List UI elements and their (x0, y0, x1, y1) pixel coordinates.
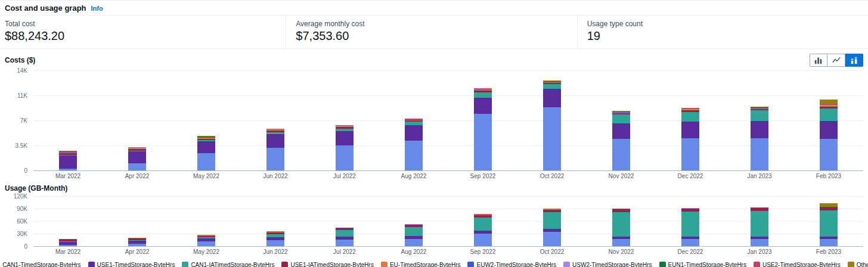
bar-segment[interactable] (474, 218, 492, 231)
bar-segment[interactable] (681, 112, 699, 122)
bar-segment[interactable] (543, 212, 561, 228)
legend-swatch (381, 262, 388, 267)
bar-column (103, 196, 172, 246)
bar-segment[interactable] (474, 92, 492, 98)
bar-segment[interactable] (336, 145, 354, 170)
bar-segment[interactable] (336, 230, 354, 237)
bar-segment[interactable] (543, 84, 561, 89)
legend-item[interactable]: USW2-TimedStorage-ByteHrs (563, 262, 652, 267)
bar-segment[interactable] (128, 151, 146, 163)
bar-segment[interactable] (681, 212, 699, 237)
usage-chart: 120K90K60K30K0 Mar 2022Apr 2022May 2022J… (0, 193, 868, 256)
legend-item[interactable]: EU-TimedStorage-ByteHrs (381, 262, 461, 267)
stacked-bar[interactable] (59, 196, 77, 246)
x-axis-label: Feb 2023 (794, 249, 863, 256)
bar-segment[interactable] (266, 148, 284, 170)
legend-label: EUN1-TimedStorage-ByteHrs (668, 262, 746, 267)
bar-segment[interactable] (751, 211, 768, 237)
bar-segment[interactable] (405, 141, 423, 170)
bar-segment[interactable] (128, 244, 146, 246)
stacked-bar[interactable] (612, 196, 630, 246)
stacked-bar[interactable] (128, 196, 146, 246)
legend-item[interactable]: USE1-TimedStorage-ByteHrs (88, 262, 175, 267)
line-chart-button[interactable] (827, 54, 845, 67)
legend-item[interactable]: USE1-IATimedStorage-ByteHrs (281, 262, 374, 267)
bar-segment[interactable] (820, 210, 838, 237)
bar-segment[interactable] (336, 131, 354, 145)
bar-segment[interactable] (820, 239, 838, 246)
costs-x-axis: Mar 2022Apr 2022May 2022Jun 2022Jul 2022… (33, 170, 863, 181)
stacked-bar[interactable] (197, 70, 215, 170)
bar-column (725, 70, 794, 170)
legend-item[interactable]: USE2-TimedStorage-ByteHrs (754, 262, 841, 267)
bar-segment[interactable] (612, 139, 630, 170)
bar-segment[interactable] (59, 169, 77, 170)
legend-swatch (848, 262, 854, 267)
legend-item[interactable]: EUW2-TimedStorage-ByteHrs (467, 262, 556, 267)
legend-item[interactable]: EUN1-TimedStorage-ByteHrs (659, 262, 746, 267)
bar-segment[interactable] (820, 139, 838, 170)
stacked-bar[interactable] (336, 70, 354, 170)
bar-segment[interactable] (543, 107, 561, 170)
bar-segment[interactable] (751, 239, 768, 246)
stacked-bar[interactable] (266, 196, 284, 246)
bar-segment[interactable] (820, 108, 838, 122)
bar-segment[interactable] (266, 240, 284, 247)
stacked-bar[interactable] (336, 196, 354, 246)
bar-segment[interactable] (197, 153, 215, 170)
x-axis-label: Aug 2022 (379, 249, 448, 256)
bar-segment[interactable] (59, 245, 77, 246)
bar-segment[interactable] (59, 156, 77, 169)
bar-segment[interactable] (197, 241, 215, 246)
bar-segment[interactable] (612, 239, 630, 246)
bar-segment[interactable] (681, 138, 699, 170)
bar-segment[interactable] (543, 89, 561, 107)
stacked-bar-chart-button[interactable] (845, 54, 863, 67)
stacked-bar[interactable] (128, 70, 146, 170)
stacked-bar[interactable] (820, 70, 838, 170)
bar-segment[interactable] (681, 239, 699, 246)
legend-item[interactable]: CAN1-TimedStorage-ByteHrs (0, 262, 81, 267)
bar-segment[interactable] (820, 121, 838, 139)
bar-segment[interactable] (474, 98, 492, 114)
bar-segment[interactable] (405, 239, 423, 246)
stacked-bar[interactable] (751, 196, 768, 246)
bar-segment[interactable] (266, 134, 284, 148)
info-link[interactable]: Info (91, 5, 103, 12)
stacked-bar[interactable] (681, 70, 699, 170)
stacked-bar[interactable] (474, 196, 492, 246)
stacked-bar[interactable] (405, 70, 423, 170)
bar-segment[interactable] (612, 212, 630, 237)
stacked-bar[interactable] (612, 70, 630, 170)
bar-segment[interactable] (612, 114, 630, 123)
stacked-bar[interactable] (266, 70, 284, 170)
stacked-bar[interactable] (543, 70, 561, 170)
legend-item[interactable]: Others (848, 262, 868, 267)
stacked-bar[interactable] (405, 196, 423, 246)
bar-segment[interactable] (405, 125, 423, 140)
bar-chart-button[interactable] (810, 54, 827, 67)
bar-segment[interactable] (820, 100, 838, 104)
x-axis-label: Dec 2022 (656, 173, 725, 181)
stacked-bar[interactable] (820, 196, 838, 246)
stacked-bar[interactable] (543, 196, 561, 246)
bar-segment[interactable] (405, 227, 423, 236)
bar-segment[interactable] (474, 234, 492, 246)
legend-item[interactable]: CAN1-IATimedStorage-ByteHrs (182, 262, 274, 267)
stacked-bar[interactable] (751, 70, 768, 170)
bar-segment[interactable] (751, 138, 768, 170)
bar-segment[interactable] (681, 122, 699, 138)
bar-segment[interactable] (543, 232, 561, 247)
bar-segment[interactable] (612, 123, 630, 139)
bar-segment[interactable] (405, 122, 423, 126)
bar-segment[interactable] (336, 240, 354, 246)
bar-segment[interactable] (197, 141, 215, 153)
stacked-bar[interactable] (681, 196, 699, 246)
bar-segment[interactable] (751, 121, 768, 138)
stacked-bar[interactable] (197, 196, 215, 246)
bar-segment[interactable] (751, 110, 768, 121)
stacked-bar[interactable] (59, 70, 77, 170)
bar-segment[interactable] (128, 163, 146, 170)
stacked-bar[interactable] (474, 70, 492, 170)
bar-segment[interactable] (474, 114, 492, 170)
